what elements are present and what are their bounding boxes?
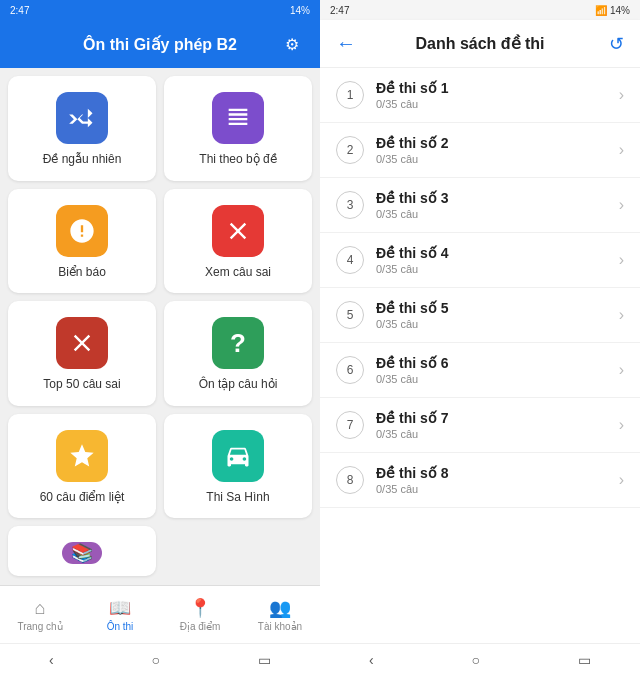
exam-title-8: Đề thi số 8 [376,465,619,481]
nav-on-thi[interactable]: 📖 Ôn thi [80,586,160,643]
time-right: 2:47 [330,5,349,16]
location-icon: 📍 [189,597,211,619]
status-bar-left: 2:47 14% [0,0,320,20]
right-header: ← Danh sách đề thi ↺ [320,20,640,68]
status-icons-left: 14% [290,5,310,16]
home-sys-right[interactable]: ○ [472,652,480,668]
menu-item-top-50[interactable]: Top 50 câu sai [8,301,156,406]
exam-sub-2: 0/35 câu [376,153,619,165]
recent-sys-right[interactable]: ▭ [578,652,591,668]
on-tap-label: Ôn tập câu hỏi [199,377,278,393]
status-icons-right: 📶 14% [595,5,630,16]
exam-item-2[interactable]: 2 Đề thi số 2 0/35 câu › [320,123,640,178]
exam-title-4: Đề thi số 4 [376,245,619,261]
chevron-icon-1: › [619,86,624,104]
thi-theo-bo-de-label: Thi theo bộ đề [199,152,276,168]
back-button[interactable]: ← [336,32,360,55]
top-50-label: Top 50 câu sai [43,377,120,393]
menu-grid: Đề ngẫu nhiên Thi theo bộ đề Biển báo Xe… [0,68,320,585]
exam-item-4[interactable]: 4 Đề thi số 4 0/35 câu › [320,233,640,288]
de-ngau-nhien-label: Đề ngẫu nhiên [43,152,122,168]
exam-title-1: Đề thi số 1 [376,80,619,96]
sys-nav-left: ‹ ○ ▭ [0,643,320,675]
back-sys-right[interactable]: ‹ [369,652,374,668]
menu-item-60-cau[interactable]: 60 câu điểm liệt [8,414,156,519]
exam-item-1[interactable]: 1 Đề thi số 1 0/35 câu › [320,68,640,123]
bottom-nav: ⌂ Trang chủ 📖 Ôn thi 📍 Địa điểm 👥 Tài kh… [0,585,320,643]
menu-item-de-ngau-nhien[interactable]: Đề ngẫu nhiên [8,76,156,181]
refresh-button[interactable]: ↺ [600,33,624,55]
exam-number-7: 7 [336,411,364,439]
exam-info-2: Đề thi số 2 0/35 câu [376,135,619,165]
nav-tai-khoan[interactable]: 👥 Tài khoản [240,586,320,643]
chevron-icon-5: › [619,306,624,324]
back-sys-left[interactable]: ‹ [49,652,54,668]
nav-trang-chu-label: Trang chủ [17,621,62,632]
book-icon: 📖 [109,597,131,619]
header-spacer-left [16,32,40,56]
exam-info-3: Đề thi số 3 0/35 câu [376,190,619,220]
de-ngau-nhien-icon [56,92,108,144]
menu-item-partial[interactable]: 📚 [8,526,156,576]
on-tap-icon: ? [212,317,264,369]
menu-item-bien-bao[interactable]: Biển báo [8,189,156,294]
partial-icon: 📚 [62,542,102,564]
left-screen: 2:47 14% Ôn thi Giấy phép B2 ⚙ Đề ngẫu n… [0,0,320,675]
60-cau-label: 60 câu điểm liệt [40,490,125,506]
time-left: 2:47 [10,5,29,16]
home-sys-left[interactable]: ○ [152,652,160,668]
bien-bao-label: Biển báo [58,265,106,281]
xem-cau-sai-icon [212,205,264,257]
account-icon: 👥 [269,597,291,619]
xem-cau-sai-label: Xem câu sai [205,265,271,281]
exam-sub-7: 0/35 câu [376,428,619,440]
recent-sys-left[interactable]: ▭ [258,652,271,668]
exam-number-8: 8 [336,466,364,494]
wifi-icon: 📶 [595,5,607,16]
60-cau-icon [56,430,108,482]
right-header-title: Danh sách đề thi [360,34,600,53]
nav-on-thi-label: Ôn thi [107,621,134,632]
nav-trang-chu[interactable]: ⌂ Trang chủ [0,586,80,643]
exam-title-2: Đề thi số 2 [376,135,619,151]
right-screen: 2:47 📶 14% ← Danh sách đề thi ↺ 1 Đề thi… [320,0,640,675]
nav-dia-diem[interactable]: 📍 Địa điểm [160,586,240,643]
exam-number-6: 6 [336,356,364,384]
exam-sub-5: 0/35 câu [376,318,619,330]
exam-number-1: 1 [336,81,364,109]
menu-item-thi-sa-hinh[interactable]: Thi Sa Hình [164,414,312,519]
exam-item-5[interactable]: 5 Đề thi số 5 0/35 câu › [320,288,640,343]
exam-sub-8: 0/35 câu [376,483,619,495]
chevron-icon-7: › [619,416,624,434]
exam-item-6[interactable]: 6 Đề thi số 6 0/35 câu › [320,343,640,398]
chevron-icon-2: › [619,141,624,159]
exam-title-3: Đề thi số 3 [376,190,619,206]
menu-item-on-tap[interactable]: ? Ôn tập câu hỏi [164,301,312,406]
thi-theo-bo-de-icon [212,92,264,144]
nav-tai-khoan-label: Tài khoản [258,621,302,632]
top-50-icon [56,317,108,369]
exam-number-5: 5 [336,301,364,329]
exam-info-4: Đề thi số 4 0/35 câu [376,245,619,275]
exam-sub-1: 0/35 câu [376,98,619,110]
nav-dia-diem-label: Địa điểm [180,621,221,632]
chevron-icon-4: › [619,251,624,269]
exam-info-6: Đề thi số 6 0/35 câu [376,355,619,385]
status-bar-right: 2:47 📶 14% [320,0,640,20]
exam-title-5: Đề thi số 5 [376,300,619,316]
exam-sub-4: 0/35 câu [376,263,619,275]
exam-item-3[interactable]: 3 Đề thi số 3 0/35 câu › [320,178,640,233]
exam-info-5: Đề thi số 5 0/35 câu [376,300,619,330]
battery-left: 14% [290,5,310,16]
exam-item-7[interactable]: 7 Đề thi số 7 0/35 câu › [320,398,640,453]
chevron-icon-3: › [619,196,624,214]
home-icon: ⌂ [35,598,46,619]
settings-icon[interactable]: ⚙ [280,32,304,56]
menu-item-thi-theo-bo-de[interactable]: Thi theo bộ đề [164,76,312,181]
menu-item-xem-cau-sai[interactable]: Xem câu sai [164,189,312,294]
exam-title-7: Đề thi số 7 [376,410,619,426]
exam-sub-6: 0/35 câu [376,373,619,385]
exam-item-8[interactable]: 8 Đề thi số 8 0/35 câu › [320,453,640,508]
exam-number-4: 4 [336,246,364,274]
exam-number-3: 3 [336,191,364,219]
